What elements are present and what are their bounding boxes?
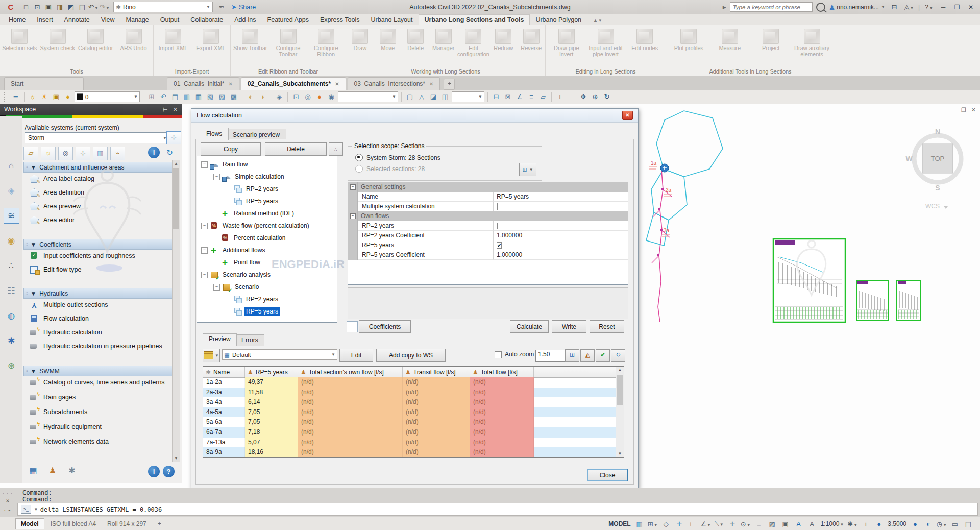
tree-node-rp=5-years[interactable]: RP=5 years: [226, 306, 280, 317]
scroll-thumb[interactable]: [173, 168, 179, 229]
view-cube-icon[interactable]: ⊡: [291, 92, 301, 102]
find-abc-icon[interactable]: ◎: [58, 147, 73, 160]
table-style-select[interactable]: ▦ Default ▼: [222, 349, 337, 360]
tab-close-icon[interactable]: ✕: [335, 81, 339, 87]
ribbon-tab-insert[interactable]: Insert: [31, 15, 58, 25]
dialog-close-icon[interactable]: ✕: [622, 111, 633, 120]
table-row[interactable]: 4a-5a7,05(n/d)(n/d)(n/d): [203, 407, 616, 418]
ribbon-tab-urbano-layout[interactable]: Urbano Layout: [365, 15, 418, 25]
ribbon-button-draw-auxiliary-elements[interactable]: Draw auxiliary elements: [794, 29, 830, 57]
tree-node-point-flow[interactable]: Point flow: [213, 257, 262, 268]
autodesk-app-icon[interactable]: ◬▼: [903, 2, 915, 12]
grid-value[interactable]: RP=5 years: [494, 192, 628, 202]
column-header-transit-flow-l-s-[interactable]: ♟Transit flow [l/s]: [403, 367, 470, 377]
fill-values-button[interactable]: ◭: [580, 349, 595, 362]
palette-item-edit-flow-type[interactable]: Edit flow type: [30, 263, 170, 276]
idea-bulb-icon[interactable]: ☼: [41, 147, 56, 160]
palette-item-hydraulic-calculation[interactable]: Hydraulic calculation: [30, 326, 170, 339]
table-row[interactable]: 7a-13a5,07(n/d)(n/d)(n/d): [203, 438, 616, 448]
demand-icon[interactable]: ☷: [4, 283, 19, 299]
save-icon[interactable]: ▣: [43, 2, 54, 12]
command-window[interactable]: ⋮⋮⋮ ✕ ⌐• Command:Command: >_ ▼ delta LSI…: [0, 488, 980, 517]
lock-layer-icon[interactable]: ◑: [257, 92, 267, 102]
tree-node-percent-calculation[interactable]: Percent calculation: [213, 233, 287, 243]
ribbon-button-import-xml[interactable]: Import XML: [155, 29, 191, 52]
app-menu-button[interactable]: C: [3, 2, 18, 12]
transparency-icon[interactable]: ▨: [766, 520, 779, 528]
dynamic-input-icon[interactable]: ✛: [673, 520, 686, 528]
box-icon[interactable]: ▢: [405, 92, 415, 102]
table-row[interactable]: 5a-6a7,05(n/d)(n/d)(n/d): [203, 417, 616, 427]
apply-values-button[interactable]: ✔: [596, 349, 610, 362]
pin-icon[interactable]: ⊥: [162, 107, 168, 112]
search-icon[interactable]: [816, 3, 825, 12]
palette-item-network-elements-data[interactable]: Network elements data: [30, 436, 170, 448]
help-icon[interactable]: ?▼: [923, 2, 935, 12]
section-header-swmm[interactable]: ⁞⁞▼SWMM: [23, 366, 176, 376]
palette-item-hydraulic-equipment[interactable]: Hydraulic equipment: [30, 421, 170, 433]
scope-radio-2[interactable]: Selected sections: 28: [355, 165, 425, 173]
tree-node-scenario-analysis[interactable]: −Scenario analysis: [201, 270, 272, 280]
palette-title-bar[interactable]: Workspace ⊥ ✕: [0, 104, 182, 115]
undo-icon[interactable]: ↶▼: [88, 2, 99, 12]
expander-icon[interactable]: −: [201, 223, 208, 229]
coefficients-button[interactable]: Coefficients: [359, 320, 411, 333]
pipes-icon[interactable]: ≋: [4, 208, 19, 224]
ribbon-minimize-icon[interactable]: ▲ ▾: [590, 16, 604, 25]
grid-row-rp=2-years[interactable]: RP=2 years: [348, 221, 628, 231]
grid-row-rp=2-years-coefficient[interactable]: RP=2 years Coefficient1.000000: [348, 231, 628, 240]
dialog-title-bar[interactable]: Flow calculation ✕: [191, 109, 638, 123]
table-row[interactable]: 3a-4a6,14(n/d)(n/d)(n/d): [203, 397, 616, 407]
grid-row-multiple-system-calculation[interactable]: Multiple system calculation: [348, 202, 628, 211]
tab-close-icon[interactable]: ✕: [429, 81, 433, 87]
drawing-restore-icon[interactable]: ❐: [961, 107, 966, 113]
palette-item-input-coefficients-and-roughness[interactable]: Input coefficients and roughness: [30, 250, 170, 262]
column-header-total-section-s-own-flow-l-s-[interactable]: ♟Total section's own flow [l/s]: [298, 367, 403, 377]
select-system-button[interactable]: ⊹: [166, 131, 181, 144]
drawing-close-icon[interactable]: ✕: [971, 107, 976, 113]
collapse-minus-icon[interactable]: −: [350, 213, 356, 219]
plot-stamp-icon[interactable]: ◨: [54, 2, 65, 12]
auto-zoom-checkbox[interactable]: [495, 351, 502, 358]
scope-radio-1[interactable]: System Storm: 28 Sections: [355, 154, 440, 161]
ribbon-button-project[interactable]: Project: [752, 29, 789, 52]
tree-node-scenario[interactable]: −Scenario: [213, 282, 260, 292]
network-icon[interactable]: ⊛: [4, 358, 19, 374]
layout-tab-model[interactable]: Model: [15, 518, 44, 529]
restore-button[interactable]: ❐: [952, 4, 962, 11]
tree-node-rp=5-years[interactable]: RP=5 years: [226, 196, 280, 206]
sun-properties-icon[interactable]: ●: [314, 92, 325, 102]
collapse-minus-icon[interactable]: −: [350, 184, 356, 190]
checkbox-icon[interactable]: [497, 223, 498, 229]
layer-properties-icon[interactable]: ≣: [11, 92, 21, 102]
visual-style-combo[interactable]: ▼: [338, 91, 398, 102]
layer-freeze-icon[interactable]: ▦: [193, 92, 204, 102]
flow-tree[interactable]: −Rain flow−Simple calculationRP=2 yearsR…: [197, 156, 337, 323]
redraw-icon[interactable]: ↻: [602, 92, 612, 102]
select-cursor-icon[interactable]: ⊹: [76, 147, 90, 160]
section-filter-button[interactable]: ⊞ ▼: [519, 163, 536, 176]
isodraft-icon[interactable]: ⟍▼: [713, 520, 726, 528]
ribbon-button-export-xml[interactable]: Export XML: [192, 29, 229, 52]
tree-node-rp=2-years[interactable]: RP=2 years: [226, 184, 280, 194]
ribbon-tab-featured-apps[interactable]: Featured Apps: [262, 15, 314, 25]
grid-row-name[interactable]: NameRP=5 years: [348, 192, 628, 202]
extrude-icon[interactable]: △: [416, 92, 427, 102]
annotation-visibility-icon[interactable]: A: [792, 520, 805, 528]
drawing-tab-03-canalis-intersections-[interactable]: 03_Canalis_Intersections*✕: [348, 77, 440, 90]
minimize-button[interactable]: ─: [938, 4, 948, 11]
palette-item-rain-gages[interactable]: Rain gages: [30, 391, 170, 403]
object-snap-icon[interactable]: ⊙▼: [739, 520, 752, 528]
add-copy-to-ws-button[interactable]: Add copy to WS: [376, 349, 446, 362]
command-input-text[interactable]: delta LSINSTANCES_GETXML = 0.0036: [40, 506, 162, 513]
annotation-scale-display[interactable]: 1:1000▼: [819, 520, 846, 527]
grid-value[interactable]: 1.000000: [494, 231, 628, 240]
match-layer-icon[interactable]: ⊞: [146, 92, 157, 102]
lineweight-icon[interactable]: ≡: [752, 520, 766, 528]
palette-close-icon[interactable]: ✕: [173, 106, 178, 113]
layer-on-icon[interactable]: ☀: [39, 92, 50, 102]
layout-tab-iso-full-bleed-a4[interactable]: ISO full bleed A4: [45, 519, 101, 529]
tree-node-additional-flows[interactable]: −Additional flows: [201, 245, 266, 255]
annotation-scale-combo[interactable]: ▼: [452, 91, 484, 102]
column-header-name[interactable]: ✱Name: [203, 367, 245, 377]
